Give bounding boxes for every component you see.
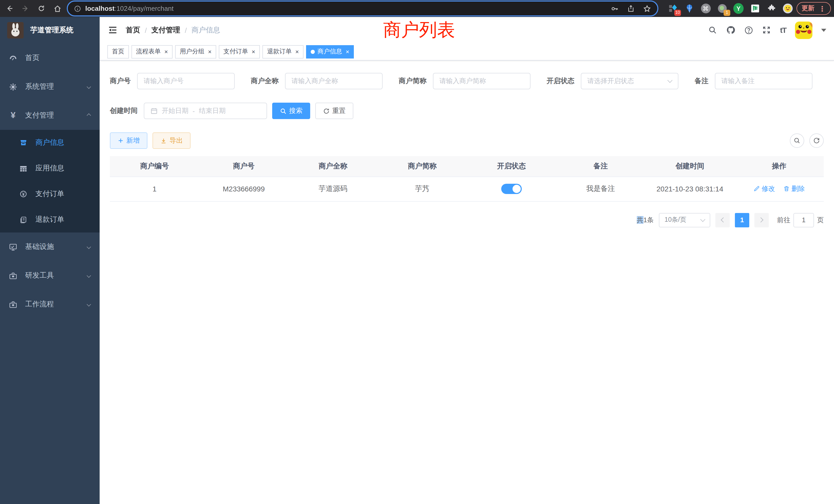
tags-view-bar: 首页 流程表单 × 用户分组 × 支付订单 × 退款订单 × [100, 43, 834, 61]
cell-merchant-id: 1 [110, 177, 199, 201]
sidebar-subitem-label: 支付订单 [36, 189, 64, 199]
dashboard-icon [9, 54, 18, 62]
cell-merchant-short: 芋艿 [378, 177, 467, 201]
sidebar-item-workflow[interactable]: 工作流程 [0, 290, 100, 319]
goto-page-input[interactable]: 1 [793, 213, 814, 227]
search-button[interactable]: 搜索 [272, 102, 310, 119]
col-merchant-name: 商户全称 [288, 156, 378, 177]
extension-tree-icon[interactable]: 1 [717, 3, 727, 14]
extensions-puzzle-icon[interactable] [766, 3, 776, 14]
sidebar: 芋道管理系统 首页 系统管理 ¥ 支付管理 [0, 17, 100, 504]
edit-link[interactable]: 修改 [753, 184, 775, 193]
hide-search-button[interactable] [790, 134, 804, 148]
next-page-button[interactable] [754, 213, 769, 227]
app-logo[interactable]: 芋道管理系统 [0, 17, 100, 44]
col-merchant-id: 商户编号 [110, 156, 199, 177]
close-icon[interactable]: × [346, 48, 349, 55]
cell-actions: 修改 删除 [734, 177, 824, 201]
export-button[interactable]: 导出 [153, 132, 191, 149]
fullscreen-icon[interactable] [762, 25, 771, 35]
sidebar-item-label: 工作流程 [25, 300, 54, 309]
password-key-icon[interactable] [611, 4, 619, 13]
page-number-1[interactable]: 1 [735, 213, 749, 227]
sidebar-subitem-label: 退款订单 [36, 215, 64, 224]
bookmark-star-icon[interactable] [643, 4, 651, 13]
page-unit-label: 页 [817, 215, 824, 225]
create-time-range-input[interactable]: 开始日期 - 结束日期 [144, 102, 267, 119]
toolbox-icon [9, 300, 18, 309]
browser-back-button[interactable] [5, 4, 14, 13]
page-size-select[interactable]: 10条/页 [659, 213, 710, 227]
sidebar-item-system[interactable]: 系统管理 [0, 72, 100, 101]
extension-kite-icon[interactable] [684, 3, 694, 14]
reset-button[interactable]: 重置 [315, 102, 353, 119]
remark-label: 备注 [695, 76, 708, 86]
col-create-time: 创建时间 [645, 156, 734, 177]
goto-label: 前往 [777, 215, 790, 225]
merchant-short-label: 商户简称 [399, 76, 426, 86]
prev-page-button[interactable] [716, 213, 730, 227]
pay-submenu: 商户信息 应用信息 支付订单 [0, 130, 100, 232]
tab-pay-order[interactable]: 支付订单 × [219, 45, 260, 58]
pagination-total: 共1条 [637, 215, 654, 225]
sidebar-item-pay[interactable]: ¥ 支付管理 [0, 101, 100, 130]
close-icon[interactable]: × [295, 48, 299, 55]
sidebar-item-infra[interactable]: 基础设施 [0, 232, 100, 261]
header-search-icon[interactable] [708, 25, 718, 35]
add-button[interactable]: 新增 [110, 132, 147, 149]
breadcrumb-pay[interactable]: 支付管理 [152, 25, 180, 35]
browser-menu-kebab-icon[interactable]: ⋮ [818, 4, 826, 13]
browser-update-button[interactable]: 更新 ⋮ [796, 2, 831, 15]
url-bar[interactable]: localhost:1024/pay/merchant [67, 1, 658, 17]
extension-y-icon[interactable]: Y [733, 3, 744, 14]
delete-link[interactable]: 删除 [783, 184, 805, 193]
extension-vue-devtools-icon[interactable]: 10 [667, 3, 678, 14]
merchant-no-input[interactable]: 请输入商户号 [137, 73, 235, 89]
merchant-no-label: 商户号 [110, 76, 131, 86]
close-icon[interactable]: × [251, 48, 255, 55]
close-icon[interactable]: × [208, 48, 212, 55]
browser-forward-button[interactable] [21, 4, 30, 13]
user-avatar[interactable] [795, 21, 812, 39]
merchant-name-input[interactable]: 请输入商户全称 [285, 73, 382, 89]
share-icon[interactable] [627, 5, 635, 12]
browser-profile-avatar[interactable] [783, 3, 793, 14]
breadcrumb-home[interactable]: 首页 [126, 25, 140, 35]
col-merchant-short: 商户简称 [378, 156, 467, 177]
sidebar-item-home[interactable]: 首页 [0, 44, 100, 72]
close-icon[interactable]: × [164, 48, 168, 55]
browser-reload-button[interactable] [37, 4, 46, 13]
extension-command-icon[interactable]: ⌘ [701, 3, 711, 14]
sidebar-fold-icon[interactable] [107, 25, 117, 35]
status-select[interactable]: 请选择开启状态 [580, 73, 678, 89]
tab-user-group[interactable]: 用户分组 × [175, 45, 216, 58]
table-row: 1 M233666999 芋道源码 芋艿 我是备注 2021-10-23 08:… [110, 177, 824, 201]
col-status: 开启状态 [467, 156, 556, 177]
top-navbar: 首页 / 支付管理 / 商户信息 [100, 17, 834, 43]
sidebar-subitem-merchant-info[interactable]: 商户信息 [0, 130, 100, 156]
refresh-button[interactable] [809, 134, 824, 148]
site-info-icon[interactable] [74, 5, 81, 12]
col-merchant-no: 商户号 [199, 156, 289, 177]
tab-home[interactable]: 首页 [107, 45, 129, 58]
sidebar-subitem-pay-order[interactable]: 支付订单 [0, 181, 100, 207]
browser-home-button[interactable] [53, 4, 62, 13]
sidebar-item-dev-tools[interactable]: 研发工具 [0, 261, 100, 290]
font-size-icon[interactable]: tT [780, 26, 786, 35]
extension-flag-icon[interactable] [750, 3, 760, 14]
tab-process-form[interactable]: 流程表单 × [131, 45, 173, 58]
remark-input[interactable]: 请输入备注 [715, 73, 812, 89]
page-content: 商户号 请输入商户号 商户全称 请输入商户全称 商户简称 请输入商户简称 开启状… [100, 61, 834, 504]
help-icon[interactable] [744, 25, 753, 35]
sidebar-subitem-app-info[interactable]: 应用信息 [0, 156, 100, 181]
avatar-caret-icon[interactable] [821, 28, 826, 31]
sidebar-subitem-label: 商户信息 [36, 138, 64, 147]
sidebar-subitem-refund-order[interactable]: 退款订单 [0, 207, 100, 232]
browser-toolbar: localhost:1024/pay/merchant 10 [0, 0, 834, 17]
status-toggle[interactable] [501, 184, 522, 194]
cell-remark: 我是备注 [556, 177, 645, 201]
tab-merchant-info[interactable]: 商户信息 × [306, 45, 354, 58]
merchant-short-input[interactable]: 请输入商户简称 [433, 73, 530, 89]
github-icon[interactable] [726, 25, 736, 35]
tab-refund-order[interactable]: 退款订单 × [262, 45, 304, 58]
